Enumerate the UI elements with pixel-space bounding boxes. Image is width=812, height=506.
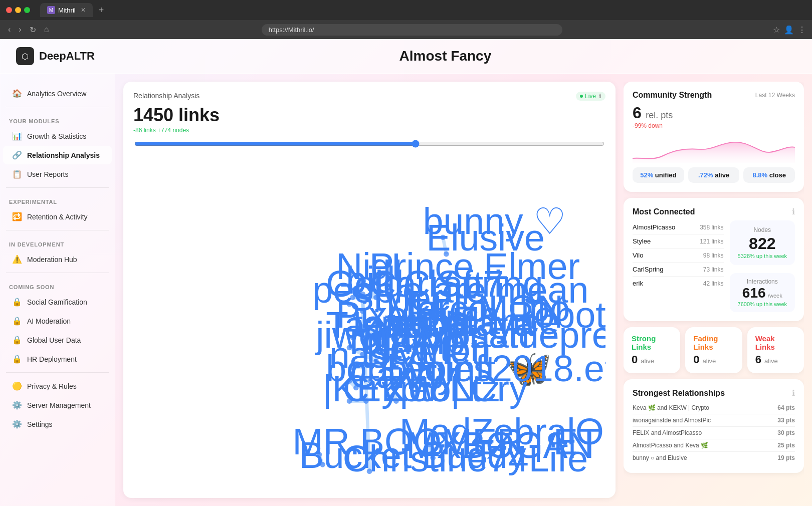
- connected-name-4: CarlSpring: [633, 266, 663, 273]
- address-bar[interactable]: https://Mithril.io/: [262, 24, 562, 36]
- sidebar-item-privacy[interactable]: 🟡 Privacy & Rules: [3, 377, 112, 395]
- sidebar-item-server[interactable]: ⚙️ Server Management: [3, 396, 112, 414]
- sidebar-divider-1: [6, 107, 109, 107]
- strongest-name-2: iwonagainstde and AlmostPic: [633, 417, 711, 424]
- community-period: Last 12 Weeks: [755, 92, 795, 99]
- sidebar-divider-2: [6, 187, 109, 188]
- retention-icon: 🔁: [12, 212, 22, 221]
- browser-tab[interactable]: M Mithril ✕: [40, 3, 93, 17]
- nodes-label: Nodes: [738, 226, 787, 233]
- stat-alive-value: .72%: [698, 171, 713, 179]
- coming-section-label: COMING SOON: [0, 277, 115, 292]
- interactions-display: 616 /week: [738, 285, 787, 301]
- strong-links-label: alive: [641, 357, 654, 365]
- panel-header: Relationship Analysis Live ℹ: [133, 92, 605, 101]
- sidebar-item-settings[interactable]: ⚙️ Settings: [3, 415, 112, 433]
- sidebar-item-reports[interactable]: 📋 User Reports: [3, 165, 112, 183]
- app-header: ⬡ DeepALTR Almost Fancy: [0, 39, 812, 74]
- minimize-button[interactable]: [15, 7, 21, 13]
- forward-button[interactable]: ›: [17, 23, 23, 36]
- strong-links-card: Strong Links 0 alive: [624, 327, 680, 373]
- sidebar-gamification-label: Social Gamification: [27, 298, 87, 306]
- connected-name-5: erik: [633, 280, 643, 287]
- strongest-header: Strongest Relationships ℹ: [633, 388, 795, 398]
- analysis-title: Relationship Analysis: [133, 92, 199, 100]
- connected-links-3: 98 links: [703, 252, 724, 259]
- weak-links-label: alive: [764, 357, 778, 365]
- strongest-title: Strongest Relationships: [633, 389, 725, 398]
- sidebar-reports-label: User Reports: [27, 170, 68, 178]
- strongest-pts-3: 30 pts: [777, 429, 795, 436]
- connected-row-5: erik 42 links: [633, 277, 724, 290]
- sidebar-ai-label: AI Moderation: [27, 317, 71, 325]
- browser-chrome: M Mithril ✕ +: [0, 0, 812, 20]
- sidebar: 🏠 Analytics Overview YOUR MODULES 📊 Grow…: [0, 74, 115, 506]
- sidebar-growth-label: Growth & Statistics: [27, 132, 86, 140]
- tab-title: Mithril: [58, 7, 76, 14]
- sidebar-item-relationship[interactable]: 🔗 Relationship Analysis: [3, 146, 112, 164]
- strongest-row-2: iwonagainstde and AlmostPic 33 pts: [633, 414, 795, 427]
- nodes-box: Nodes 822 5328% up this week: [730, 220, 795, 265]
- lock-ai-icon: 🔒: [12, 316, 22, 326]
- logo-icon: ⬡: [16, 47, 34, 65]
- sidebar-item-ai-moderation: 🔒 AI Moderation: [3, 312, 112, 330]
- nodes-count: 822: [738, 234, 787, 253]
- browser-actions: ☆ 👤 ⋮: [773, 25, 806, 35]
- close-button[interactable]: [6, 7, 12, 13]
- live-badge: Live ℹ: [576, 92, 605, 101]
- connected-links-5: 42 links: [703, 280, 724, 287]
- sidebar-divider-5: [6, 372, 109, 373]
- sidebar-privacy-label: Privacy & Rules: [27, 382, 77, 390]
- stat-close-value: 8.8%: [752, 171, 767, 179]
- moderation-icon: ⚠️: [12, 255, 22, 264]
- sidebar-item-retention[interactable]: 🔁 Retention & Activity: [3, 207, 112, 226]
- main-content: Relationship Analysis Live ℹ 1450 links …: [115, 74, 812, 506]
- connected-row-3: Vilo 98 links: [633, 248, 724, 263]
- range-slider[interactable]: [134, 140, 604, 148]
- most-connected-body: AlmostPicasso 358 links Stylee 121 links…: [633, 220, 795, 312]
- weak-links-title: Weak Links: [755, 334, 796, 351]
- back-button[interactable]: ‹: [6, 23, 13, 36]
- refresh-button[interactable]: ↻: [28, 23, 38, 37]
- sidebar-moderation-label: Moderation Hub: [27, 256, 77, 264]
- maximize-button[interactable]: [24, 7, 30, 13]
- tab-close-button[interactable]: ✕: [81, 7, 86, 14]
- settings-icon: ⚙️: [12, 419, 22, 429]
- strongest-pts-5: 19 pts: [777, 454, 795, 461]
- weak-links-card: Weak Links 6 alive: [747, 327, 804, 373]
- sidebar-item-analytics[interactable]: 🏠 Analytics Overview: [3, 84, 112, 103]
- new-tab-button[interactable]: +: [99, 5, 104, 16]
- profile-icon[interactable]: 👤: [784, 25, 794, 35]
- info-icon: ℹ: [599, 93, 601, 100]
- connected-row-1: AlmostPicasso 358 links: [633, 220, 724, 234]
- strongest-info-icon: ℹ: [792, 388, 795, 398]
- sidebar-item-growth[interactable]: 📊 Growth & Statistics: [3, 127, 112, 145]
- live-label: Live: [585, 93, 596, 100]
- analysis-sub: -86 links +774 nodes: [133, 127, 605, 134]
- network-visualization: bunny ♡ Elusive NigI Prince Elmer bjd Go…: [133, 154, 605, 488]
- home-button[interactable]: ⌂: [42, 23, 51, 36]
- sidebar-analytics-label: Analytics Overview: [27, 90, 86, 98]
- analysis-stat: 1450 links: [133, 105, 605, 126]
- sidebar-item-moderation[interactable]: ⚠️ Moderation Hub: [3, 250, 112, 269]
- tab-favicon: M: [47, 6, 55, 14]
- interactions-box: Interactions 616 /week 7600% up this wee…: [730, 273, 795, 312]
- sidebar-divider-4: [6, 273, 109, 273]
- sidebar-relationship-label: Relationship Analysis: [27, 151, 100, 159]
- rel-pts-label: rel. pts: [646, 110, 673, 120]
- logo-area: ⬡ DeepALTR: [16, 47, 95, 65]
- connected-name-3: Vilo: [633, 251, 643, 259]
- connected-links-1: 358 links: [700, 224, 723, 231]
- strongest-name-5: bunny ○ and Elusive: [633, 454, 687, 461]
- community-card-header: Community Strength Last 12 Weeks: [633, 91, 795, 100]
- menu-icon[interactable]: ⋮: [798, 25, 806, 35]
- fading-links-title: Fading Links: [693, 334, 734, 351]
- sidebar-divider-3: [6, 230, 109, 230]
- stat-close: 8.8% close: [743, 167, 795, 183]
- connected-name-1: AlmostPicasso: [633, 223, 675, 231]
- stat-unified: 52% unified: [633, 167, 684, 183]
- bookmark-icon[interactable]: ☆: [773, 25, 780, 35]
- interactions-label: Interactions: [738, 278, 787, 285]
- fading-links-label: alive: [703, 357, 716, 365]
- svg-text:CryptoLtz: CryptoLtz: [343, 368, 500, 409]
